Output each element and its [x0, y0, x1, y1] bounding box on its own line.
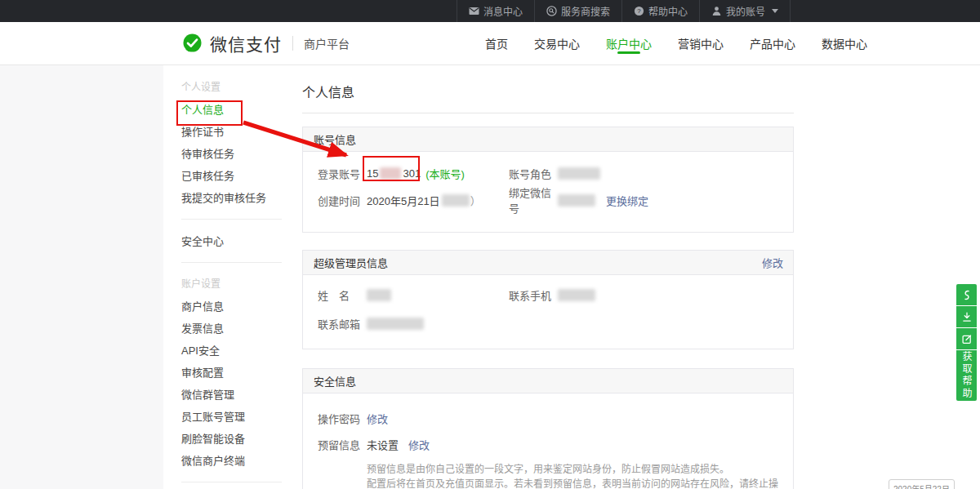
- float-link-button[interactable]: [956, 284, 977, 305]
- rebind-link[interactable]: 更换绑定: [606, 193, 648, 208]
- sidebar-item-invoice-info[interactable]: 发票信息: [163, 318, 282, 340]
- contact-email-label: 联系邮箱: [318, 316, 367, 331]
- nav-home[interactable]: 首页: [472, 22, 521, 64]
- sidebar-item-api-security[interactable]: API安全: [163, 340, 282, 362]
- brand-divider: [292, 36, 293, 51]
- float-help-widget: 获取帮助: [956, 284, 977, 401]
- mail-icon: [469, 7, 479, 16]
- sidebar: 个人设置 个人信息 操作证书 待审核任务 已审核任务 我提交的审核任务 安全中心…: [163, 65, 282, 489]
- section-title: 账号信息: [314, 131, 356, 147]
- sidebar-item-reviewed-tasks[interactable]: 已审核任务: [163, 165, 282, 187]
- redacted-contact-phone: [558, 289, 595, 301]
- feedback-icon: [961, 333, 973, 345]
- contact-phone-label: 联系手机: [509, 287, 558, 303]
- topbar-item-message-center[interactable]: 消息中心: [457, 0, 534, 22]
- topbar-item-my-account[interactable]: 我的账号: [699, 0, 791, 22]
- admin-name-label: 姓 名: [318, 287, 367, 303]
- title-divider: [302, 113, 794, 113]
- reserved-info-label: 预留信息: [318, 437, 367, 452]
- login-account-value: 15 301: [367, 167, 421, 180]
- brand-name: 微信支付: [210, 31, 282, 56]
- nav-product-center[interactable]: 产品中心: [737, 22, 808, 64]
- sidebar-item-review-config[interactable]: 审核配置: [163, 362, 282, 384]
- search-circle-icon: [546, 6, 557, 16]
- sidebar-item-security-center[interactable]: 安全中心: [163, 230, 282, 252]
- nav-account-center[interactable]: 账户中心: [593, 22, 665, 64]
- redacted-account-role: [558, 167, 600, 180]
- svg-text:?: ?: [637, 7, 641, 15]
- reserved-edit-link[interactable]: 修改: [408, 437, 430, 452]
- sidebar-divider: [181, 262, 282, 263]
- brand-logo[interactable]: 微信支付 商户平台: [181, 22, 350, 64]
- reserved-info-status: 未设置: [367, 437, 399, 452]
- account-role-label: 账号角色: [509, 166, 558, 181]
- float-feedback-button[interactable]: [956, 328, 977, 349]
- created-time-label: 创建时间: [318, 193, 367, 208]
- topbar-item-label: 消息中心: [483, 4, 523, 18]
- current-account-tag: (本账号): [425, 166, 465, 181]
- header: 微信支付 商户平台 首页 交易中心 账户中心 营销中心 产品中心 数据中心: [0, 22, 980, 65]
- security-info-card: 安全信息 操作密码 修改 预留信息 未设置 修改 预留信息是由你自己设置的一段文…: [302, 368, 794, 489]
- float-download-button[interactable]: [956, 306, 977, 327]
- download-icon: [961, 311, 973, 323]
- super-admin-card-header: 超级管理员信息 修改: [303, 251, 793, 275]
- topbar-menu: 消息中心 服务商搜索 ? 帮助中心 我的账号: [457, 0, 791, 22]
- topbar-item-help-center[interactable]: ? 帮助中心: [621, 0, 699, 22]
- nav-data-center[interactable]: 数据中心: [808, 22, 880, 64]
- main-content: 个人信息 账号信息 登录账号 15 301: [282, 65, 980, 489]
- description-line: 配置后将在首页及充值页面显示。若未看到预留信息，表明当前访问的网站存在风险，请终…: [367, 477, 778, 489]
- nav-transaction-center[interactable]: 交易中心: [521, 22, 593, 64]
- sidebar-item-pending-review-tasks[interactable]: 待审核任务: [163, 143, 282, 165]
- bound-wechat-label: 绑定微信号: [509, 184, 558, 216]
- password-edit-link[interactable]: 修改: [367, 411, 388, 426]
- redacted-admin-name: [367, 289, 391, 301]
- account-info-card: 账号信息 登录账号 15 301 (本账号): [302, 127, 794, 233]
- redacted-wechat-id: [558, 194, 595, 207]
- redacted-login-middle: [380, 167, 401, 180]
- section-title: 超级管理员信息: [314, 255, 388, 270]
- sidebar-item-staff-account-mgmt[interactable]: 员工账号管理: [163, 406, 282, 428]
- left-gutter: [0, 65, 163, 489]
- topbar-item-label: 我的账号: [726, 4, 765, 18]
- chevron-down-icon: [772, 9, 778, 13]
- wechat-pay-logo-icon: [181, 33, 203, 55]
- sidebar-divider: [181, 482, 282, 482]
- topbar-item-service-search[interactable]: 服务商搜索: [534, 0, 621, 22]
- sidebar-item-merchant-terminal[interactable]: 微信商户终端: [163, 450, 282, 472]
- operation-password-label: 操作密码: [318, 411, 367, 426]
- sidebar-item-my-submitted-tasks[interactable]: 我提交的审核任务: [163, 187, 282, 209]
- sidebar-item-operation-certificate[interactable]: 操作证书: [163, 121, 282, 143]
- sidebar-group-personal-settings: 个人设置: [163, 77, 282, 99]
- topbar-item-label: 帮助中心: [648, 4, 688, 18]
- sidebar-item-merchant-info[interactable]: 商户信息: [163, 296, 282, 318]
- help-circle-icon: ?: [634, 6, 644, 16]
- sidebar-divider: [181, 219, 282, 220]
- security-info-card-header: 安全信息: [303, 369, 793, 393]
- get-help-button[interactable]: 获取帮助: [956, 350, 977, 401]
- sidebar-item-wechat-group-mgmt[interactable]: 微信群管理: [163, 384, 282, 406]
- wechat-pay-merchant-platform: 消息中心 服务商搜索 ? 帮助中心 我的账号 微信: [0, 0, 980, 489]
- topbar: 消息中心 服务商搜索 ? 帮助中心 我的账号: [0, 0, 980, 22]
- reserved-info-description: 预留信息是由你自己设置的一段文字，用来鉴定网站身份，防止假冒网站造成损失。 配置…: [367, 462, 778, 489]
- date-tooltip: 2020年5月22日: [889, 479, 955, 489]
- redacted-contact-email: [367, 318, 424, 330]
- topbar-item-label: 服务商搜索: [561, 4, 610, 18]
- link-icon: [961, 289, 973, 301]
- section-title: 安全信息: [314, 373, 356, 389]
- login-account-label: 登录账号: [318, 166, 367, 181]
- super-admin-card: 超级管理员信息 修改 姓 名 联系手机: [302, 250, 794, 349]
- main-nav: 首页 交易中心 账户中心 营销中心 产品中心 数据中心: [472, 22, 880, 64]
- account-info-card-header: 账号信息: [303, 127, 793, 152]
- description-line: 预留信息是由你自己设置的一段文字，用来鉴定网站身份，防止假冒网站造成损失。: [367, 462, 778, 477]
- created-time-value: 2020年5月21日 ）: [367, 193, 481, 208]
- user-icon: [711, 6, 722, 16]
- sidebar-item-face-device[interactable]: 刷脸智能设备: [163, 428, 282, 450]
- page-title: 个人信息: [302, 65, 794, 101]
- nav-marketing-center[interactable]: 营销中心: [665, 22, 737, 64]
- sidebar-item-personal-info[interactable]: 个人信息: [163, 99, 282, 121]
- sidebar-group-account-settings: 账户设置: [163, 273, 282, 296]
- admin-edit-link[interactable]: 修改: [762, 255, 783, 270]
- redacted-created-time: [442, 194, 470, 207]
- platform-subtitle: 商户平台: [304, 35, 350, 51]
